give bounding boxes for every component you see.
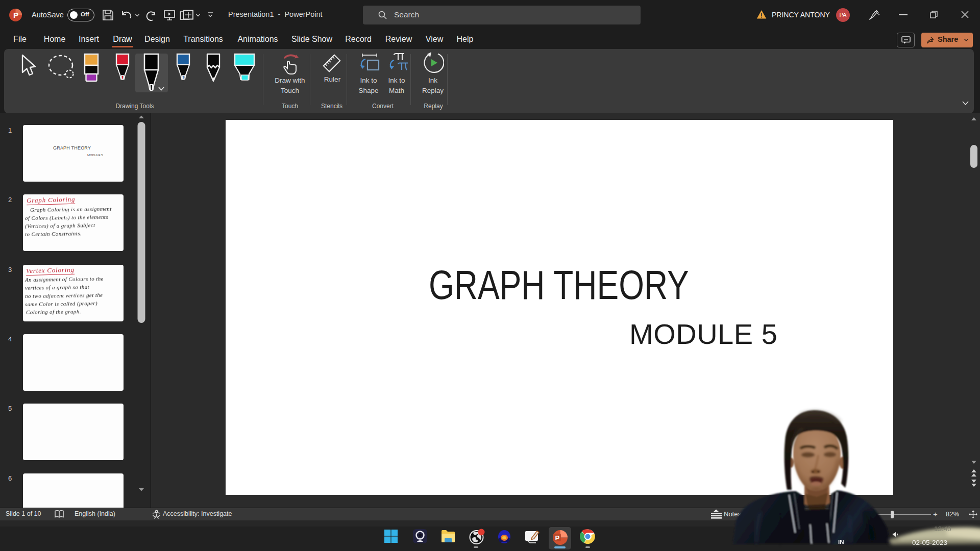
svg-text:P: P — [555, 534, 560, 542]
svg-text:P: P — [13, 11, 18, 19]
